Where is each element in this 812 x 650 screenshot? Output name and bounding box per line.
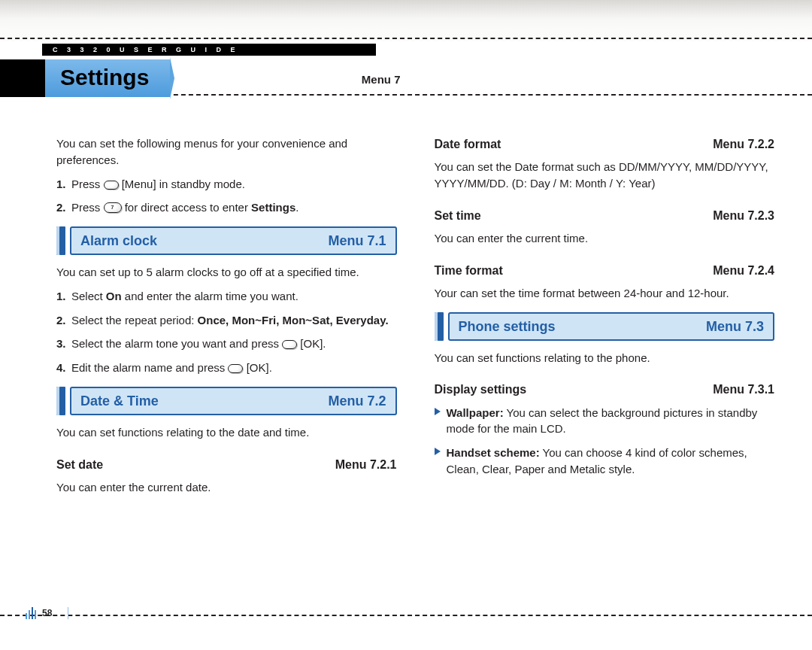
intro-text: You can set the following menus for your… [56,135,397,169]
section-phone-settings: Phone settings Menu 7.3 [435,312,775,341]
subsection-menu-number: Menu 7.2.3 [713,207,774,224]
list-item: 2. Select the repeat period: Once, Mon~F… [56,312,397,329]
section-menu-number: Menu 7.3 [706,317,764,336]
section-alarm-clock: Alarm clock Menu 7.1 [56,226,397,255]
subsection-set-time: Set time Menu 7.2.3 [435,207,775,224]
right-column: Date format Menu 7.2.2 You can set the D… [435,135,775,597]
footer-bars-icon [26,607,38,619]
section-marker-icon [435,312,444,341]
page-menu-number: Menu 7 [174,59,401,86]
bullet-icon [435,408,441,415]
bullet-icon [435,448,441,455]
left-column: You can set the following menus for your… [56,135,397,597]
subsection-set-date: Set date Menu 7.2.1 [56,456,397,473]
subsection-menu-number: Menu 7.2.1 [335,456,397,473]
subsection-title: Set time [435,207,481,224]
section-description: You can set functions relating to the da… [56,424,397,441]
page-frame-bottom [0,615,812,616]
list-item: 1. Select On and enter the alarm time yo… [56,288,397,305]
subsection-description: You can enter the current time. [435,230,775,247]
subsection-menu-number: Menu 7.2.4 [713,262,774,279]
subsection-time-format: Time format Menu 7.2.4 [435,262,775,279]
subsection-title: Time format [435,262,503,279]
footer-tail-icon [61,607,68,619]
section-date-time: Date & Time Menu 7.2 [56,387,397,415]
intro-step: 1. Press [Menu] in standby mode. [56,176,397,193]
section-menu-number: Menu 7.2 [328,391,386,411]
subsection-menu-number: Menu 7.3.1 [713,381,774,398]
seven-key-icon: 7 [104,202,122,213]
content-body: You can set the following menus for your… [56,135,774,597]
intro-steps: 1. Press [Menu] in standby mode. 2. Pres… [56,176,397,217]
section-title: Date & Time [80,391,159,411]
subsection-title: Date format [435,135,501,153]
section-title: Phone settings [459,317,556,336]
page-frame-top [0,38,812,39]
manual-page: C 3 3 2 0 U S E R G U I D E Settings Men… [0,0,812,650]
page-number: 58 [42,608,52,618]
subsection-description: You can enter the current date. [56,479,397,496]
subsection-title: Display settings [435,381,527,398]
list-item: Handset scheme: You can choose 4 kind of… [435,445,775,478]
ok-key-icon [282,340,297,349]
section-marker-icon [56,226,65,255]
doc-title-strip: C 3 3 2 0 U S E R G U I D E [42,44,376,56]
list-item: 4. Edit the alarm name and press [OK]. [56,360,397,376]
section-menu-number: Menu 7.1 [328,231,386,251]
section-marker-icon [56,387,65,415]
section-description: You can set functions relating to the ph… [435,350,775,366]
list-item: 3. Select the alarm tone you want and pr… [56,336,397,352]
subsection-title: Set date [56,456,103,473]
intro-step: 2. Press 7 for direct access to enter Se… [56,199,397,216]
list-item: Wallpaper: You can select the background… [435,405,775,438]
subsection-display-settings: Display settings Menu 7.3.1 [435,381,775,398]
alarm-steps: 1. Select On and enter the alarm time yo… [56,288,397,376]
subsection-description: You can set the Date format such as DD/M… [435,159,775,192]
subsection-description: Your can set the time format between 24-… [435,285,775,302]
subsection-menu-number: Menu 7.2.2 [713,135,774,153]
section-description: You can set up to 5 alarm clocks to go o… [56,264,397,281]
page-title: Settings [0,59,170,97]
section-title: Alarm clock [80,231,157,251]
page-title-tab: Settings Menu 7 [0,59,401,97]
page-footer: 58 [26,607,68,619]
ok-key-icon [104,181,119,190]
ok-key-icon [228,364,243,373]
subsection-date-format: Date format Menu 7.2.2 [435,135,775,153]
